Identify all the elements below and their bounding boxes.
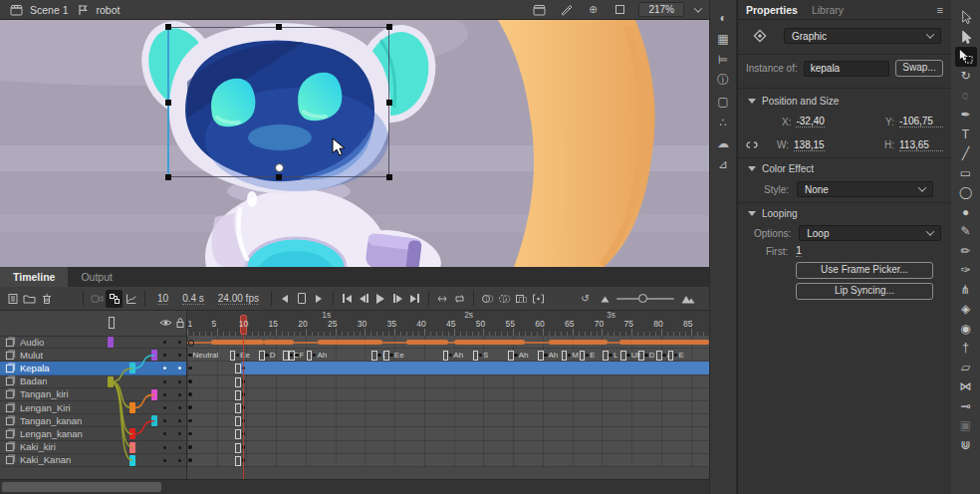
gradient-transform-tool[interactable]: ↻: [955, 67, 977, 87]
clip-content-icon[interactable]: [612, 2, 627, 18]
step-forward-button[interactable]: [311, 290, 328, 308]
graph-editor-button[interactable]: [122, 290, 139, 308]
camera-tool[interactable]: ▣: [955, 416, 977, 436]
layer-row-audio[interactable]: Audio: [0, 336, 186, 349]
layer-row-kaki_kiri[interactable]: Kaki_kiri: [0, 441, 186, 454]
frame-row-mulut[interactable]: NeutralEeDEFAhDEeAhSAhAhMELUhDAhE: [187, 349, 709, 362]
next-frame-button[interactable]: [389, 290, 406, 308]
timeline-zoom-knob[interactable]: [638, 294, 647, 303]
layer-lock-dot[interactable]: [178, 354, 181, 357]
text-tool[interactable]: T: [955, 124, 977, 144]
frame-row-audio[interactable]: [187, 336, 709, 349]
timeline-zoom-in-icon[interactable]: [681, 294, 695, 304]
frame-row-kaki_kiri[interactable]: [187, 441, 709, 454]
oval-primitive-tool[interactable]: ●: [955, 202, 977, 222]
align-panel-icon[interactable]: ⊨: [712, 49, 734, 70]
subselection-tool[interactable]: [955, 28, 977, 48]
frame-rate[interactable]: 24.00 fps: [218, 293, 259, 305]
layer-parent-swatch[interactable]: [129, 455, 135, 466]
selection-handle[interactable]: [165, 174, 171, 180]
layer-lock-dot[interactable]: [178, 367, 181, 370]
layer-row-kaki_kanan[interactable]: Kaki_Kanan: [0, 454, 186, 467]
frame-rows[interactable]: NeutralEeDEFAhDEeAhSAhAhMELUhDAhE: [187, 336, 709, 467]
layer-parent-swatch[interactable]: [129, 428, 135, 439]
frame-row-lengan_kiri[interactable]: [187, 401, 709, 414]
layer-lock-dot[interactable]: [178, 380, 181, 383]
selection-handle[interactable]: [276, 24, 282, 30]
loop-playback-button[interactable]: [451, 290, 468, 308]
show-parenting-view-button[interactable]: [106, 290, 122, 308]
layer-parent-swatch[interactable]: [151, 415, 157, 426]
layer-visibility-dot[interactable]: [163, 367, 166, 370]
lock-column-icon[interactable]: [175, 317, 185, 329]
hand-tool[interactable]: ⋓: [955, 435, 977, 455]
use-frame-picker-button[interactable]: Use Frame Picker...: [796, 262, 933, 279]
layer-row-lengan_kiri[interactable]: Lengan_Kiri: [0, 401, 186, 414]
layer-visibility-dot[interactable]: [163, 459, 166, 462]
play-button[interactable]: [372, 290, 389, 308]
center-frame-button[interactable]: [434, 290, 451, 308]
layer-parent-swatch[interactable]: [151, 389, 157, 400]
brush-library-icon[interactable]: ∴: [712, 112, 734, 132]
ink-bottle-tool[interactable]: ◉: [955, 319, 977, 339]
onion-skin-outlines-button[interactable]: [496, 290, 513, 308]
delete-layer-button[interactable]: [38, 290, 55, 308]
w-value[interactable]: 138,15: [794, 139, 825, 151]
layer-lock-dot[interactable]: [178, 406, 181, 409]
layer-parent-swatch[interactable]: [108, 376, 114, 387]
add-camera-button[interactable]: [89, 290, 106, 308]
instance-name-field[interactable]: kepala: [804, 61, 889, 77]
width-tool[interactable]: ⋈: [955, 377, 977, 397]
frame-row-kepala[interactable]: [187, 362, 709, 374]
info-panel-icon[interactable]: ⓘ: [712, 70, 734, 91]
selection-handle[interactable]: [165, 100, 171, 106]
new-folder-button[interactable]: [21, 290, 38, 308]
layer-parent-swatch[interactable]: [108, 337, 114, 348]
free-transform-tool[interactable]: [955, 47, 977, 67]
y-value[interactable]: -106,75: [899, 116, 943, 127]
timeline-scrollbar-thumb[interactable]: [2, 482, 161, 492]
cc-libraries-icon[interactable]: ☁: [712, 132, 734, 153]
visibility-column-icon[interactable]: [159, 318, 172, 328]
swap-button[interactable]: Swap...: [895, 60, 943, 77]
frame-row-tangan_kiri[interactable]: [187, 388, 709, 401]
step-back-button[interactable]: [277, 290, 294, 308]
layer-visibility-dot[interactable]: [163, 432, 166, 435]
layer-row-tangan_kanan[interactable]: Tangan_kanan: [0, 414, 186, 427]
layer-lock-dot[interactable]: [178, 393, 181, 396]
bone-tool[interactable]: ⋔: [955, 280, 977, 300]
tab-properties[interactable]: Properties: [746, 4, 798, 16]
go-to-first-frame-button[interactable]: [339, 290, 356, 308]
timeline-zoom-out-icon[interactable]: [601, 295, 610, 303]
eraser-tool[interactable]: ▱: [955, 358, 977, 377]
frame-row-badan[interactable]: [187, 375, 709, 388]
layer-lock-dot[interactable]: [178, 459, 181, 462]
oval-tool[interactable]: ◯: [955, 183, 977, 203]
modify-markers-button[interactable]: [530, 290, 547, 308]
symbol-behavior-dropdown[interactable]: Graphic: [784, 28, 941, 44]
stage-zoom-chevron-icon[interactable]: [694, 4, 702, 12]
layer-visibility-dot[interactable]: [163, 341, 166, 344]
lasso-tool[interactable]: ◌: [955, 86, 977, 106]
layer-lock-dot[interactable]: [178, 446, 181, 449]
frame-row-kaki_kanan[interactable]: [187, 454, 709, 467]
scene-breadcrumb[interactable]: Scene 1: [30, 4, 69, 16]
x-value[interactable]: -32,40: [796, 116, 824, 127]
layer-parent-swatch[interactable]: [129, 402, 135, 413]
link-width-height-icon[interactable]: [745, 138, 759, 151]
first-frame-value[interactable]: 1: [796, 245, 802, 257]
eyedropper-tool[interactable]: †: [955, 339, 977, 359]
tab-library[interactable]: Library: [812, 4, 844, 16]
color-panel-icon[interactable]: ◐: [712, 7, 734, 28]
frame-row-tangan_kanan[interactable]: [187, 414, 709, 427]
selection-handle[interactable]: [165, 24, 171, 30]
stage-zoom-control[interactable]: 217%: [638, 2, 684, 17]
symbol-breadcrumb[interactable]: robot: [97, 4, 121, 16]
transform-panel-icon[interactable]: ▢: [712, 91, 734, 112]
classic-brush-tool[interactable]: ✏: [955, 241, 977, 261]
tab-output[interactable]: Output: [68, 267, 125, 287]
color-style-dropdown[interactable]: None: [797, 181, 933, 197]
line-tool[interactable]: ╱: [955, 144, 977, 164]
edit-scene-icon[interactable]: [531, 2, 547, 18]
layer-row-tangan_kiri[interactable]: Tangan_kiri: [0, 388, 186, 401]
